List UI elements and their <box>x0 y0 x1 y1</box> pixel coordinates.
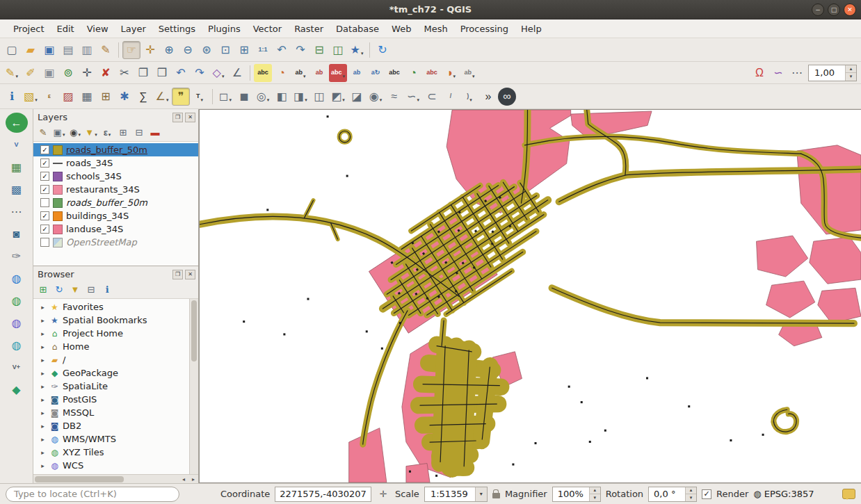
add-spatialite-layer[interactable]: ✑ <box>6 246 28 266</box>
toolbar-overflow[interactable]: » <box>479 88 497 106</box>
add-wfs-layer[interactable]: ◍ <box>6 335 28 355</box>
browser-horizontal-scrollbar[interactable]: ◂ ▸ <box>33 474 198 483</box>
stepper-down-icon[interactable]: ▾ <box>590 494 600 501</box>
zoom-full-extent[interactable]: ⊛ <box>198 41 216 59</box>
add-wms-layer[interactable]: ◍ <box>6 268 28 288</box>
crs-status[interactable]: ◍ EPSG:3857 <box>753 489 814 499</box>
field-calculator[interactable]: ⊞ <box>97 88 115 106</box>
menu-mesh[interactable]: Mesh <box>417 21 453 37</box>
extents-toggle-button[interactable]: ✛ <box>376 487 390 501</box>
menu-vector[interactable]: Vector <box>247 21 288 37</box>
digitizing-width-spinbox[interactable]: 1,00 ▴ ▾ <box>808 65 857 81</box>
browser-item-project-home[interactable]: ▸⌂Project Home <box>33 327 189 340</box>
add-postgis-layer[interactable]: ◙ <box>6 224 28 244</box>
statistical-summary[interactable]: ∑ <box>134 88 152 106</box>
highlight-pinned-labels[interactable]: ab <box>310 64 328 82</box>
menu-edit[interactable]: Edit <box>50 21 80 37</box>
magnifier-spinbox[interactable]: 100% ▴ ▾ <box>552 487 601 502</box>
add-delimited-text-layer[interactable]: ⋯ <box>6 202 28 222</box>
zoom-last[interactable]: ↶ <box>273 41 291 59</box>
cut-features[interactable]: ✂ <box>115 64 134 82</box>
toggle-editing[interactable]: ✐ <box>22 64 40 82</box>
add-xyz-layer[interactable]: ◍ <box>6 291 28 311</box>
layer-labeling-options[interactable]: abc <box>254 64 272 82</box>
layer-row-restaurants-34s[interactable]: ✓restaurants_34S <box>33 183 198 196</box>
browser-item-home[interactable]: ▸⌂Home <box>33 340 189 353</box>
rotation-stepper[interactable]: ▴ ▾ <box>685 487 696 501</box>
intersection-tool-dropdown-arrow[interactable]: ▾ <box>342 97 345 105</box>
scale-dropdown-icon[interactable]: ▾ <box>475 487 487 501</box>
simplify-tool[interactable]: ≈ <box>385 88 403 106</box>
collapse-all[interactable]: ⊟ <box>131 125 147 140</box>
stepper-up-icon[interactable]: ▴ <box>590 487 600 495</box>
expander-icon[interactable]: ▸ <box>39 370 47 377</box>
filter-legend[interactable]: ▼▾ <box>83 125 99 140</box>
add-wcs-layer[interactable]: ◍ <box>6 313 28 333</box>
fix-geometries[interactable]: ◼ <box>235 88 253 106</box>
expand-all[interactable]: ⊞ <box>115 125 131 140</box>
vertex-tool-dropdown-arrow[interactable]: ▾ <box>222 74 225 81</box>
browser-float-button[interactable]: ❐ <box>172 270 183 279</box>
browser-item-favorites[interactable]: ▸★Favorites <box>33 300 189 314</box>
messages-icon[interactable] <box>842 489 855 499</box>
layer-checkbox[interactable] <box>40 198 49 207</box>
expander-icon[interactable]: ▸ <box>39 304 47 311</box>
filter-browser[interactable]: ▼ <box>67 282 83 298</box>
pan-map[interactable]: ☞ <box>122 41 140 59</box>
browser-item-mssql[interactable]: ▸◙MSSQL <box>33 406 189 419</box>
scrollbar-thumb[interactable] <box>191 300 197 361</box>
coordinate-input[interactable]: 2271575,-4030207 <box>275 487 371 502</box>
zoom-to-layer[interactable]: ⊞ <box>235 41 253 59</box>
layer-diagram-options[interactable]: ◔ <box>273 64 291 82</box>
pin-unpin-labels[interactable]: ab▾ <box>291 64 309 82</box>
add-mesh-layer[interactable]: ▩ <box>6 179 28 200</box>
menu-view[interactable]: View <box>81 21 115 37</box>
expander-icon[interactable]: ▸ <box>39 383 47 390</box>
move-label[interactable]: ab <box>348 64 366 82</box>
pan-to-selection[interactable]: ✛ <box>141 41 159 59</box>
scale-lock-icon[interactable] <box>492 493 500 498</box>
callout-tool[interactable]: ab▾ <box>460 64 478 82</box>
zoom-out[interactable]: ⊖ <box>179 41 197 59</box>
menu-plugins[interactable]: Plugins <box>202 21 247 37</box>
new-project[interactable]: ▢ <box>3 41 21 59</box>
map-canvas[interactable] <box>199 109 861 483</box>
enable-tracing[interactable]: ∽ <box>769 64 787 82</box>
expander-icon[interactable]: ▸ <box>39 396 47 403</box>
open-project[interactable]: ▰ <box>22 41 40 59</box>
expander-icon[interactable]: ▸ <box>39 357 47 364</box>
manage-map-themes-dropdown-arrow[interactable]: ▾ <box>78 132 81 140</box>
add-virtual-layer[interactable]: V+ <box>6 357 28 377</box>
advanced-digitizing[interactable]: ∠ <box>228 64 246 82</box>
browser-item-spatial-bookmarks[interactable]: ▸★Spatial Bookmarks <box>33 314 189 327</box>
menu-raster[interactable]: Raster <box>288 21 330 37</box>
browser-item-postgis[interactable]: ▸◙PostGIS <box>33 393 189 406</box>
browser-item-geopackage[interactable]: ▸◆GeoPackage <box>33 366 189 380</box>
stepper-up-icon[interactable]: ▴ <box>846 65 856 74</box>
add-raster-layer[interactable]: ▦ <box>6 157 28 177</box>
union-tool[interactable]: ◪ <box>348 88 366 106</box>
add-group-dropdown-arrow[interactable]: ▾ <box>63 132 65 140</box>
text-annotation-dropdown-arrow[interactable]: ▾ <box>200 97 203 105</box>
check-geometries[interactable]: ◻▾ <box>216 88 234 106</box>
buffer-tool[interactable]: ◎▾ <box>254 88 272 106</box>
expander-icon[interactable]: ▸ <box>39 449 47 456</box>
layer-checkbox[interactable]: ✓ <box>40 158 49 168</box>
layer-row-schools-34s[interactable]: ✓schools_34S <box>33 170 198 183</box>
data-source-manager[interactable]: ← <box>6 113 28 133</box>
refresh-browser[interactable]: ↻ <box>51 282 67 298</box>
show-spatial-bookmarks[interactable]: ★▾ <box>348 41 366 59</box>
layer-row-roads-34s[interactable]: ✓roads_34S <box>33 156 198 170</box>
redo[interactable]: ↷ <box>191 64 209 82</box>
scroll-left-icon[interactable]: ◂ <box>179 476 188 482</box>
centroids-tool-dropdown-arrow[interactable]: ▾ <box>380 97 383 105</box>
layer-checkbox[interactable]: ✓ <box>40 172 49 181</box>
buffer-tool-dropdown-arrow[interactable]: ▾ <box>267 97 270 105</box>
show-layout-manager[interactable]: ▥ <box>78 41 96 59</box>
snap-geometries-tool[interactable]: ⊂ <box>423 88 441 106</box>
check-geometries-dropdown-arrow[interactable]: ▾ <box>229 97 232 105</box>
expander-icon[interactable]: ▸ <box>39 423 47 430</box>
open-attribute-table[interactable]: ▦ <box>78 88 96 106</box>
expander-icon[interactable]: ▸ <box>39 462 47 469</box>
enable-snapping[interactable]: Ω <box>750 64 769 82</box>
